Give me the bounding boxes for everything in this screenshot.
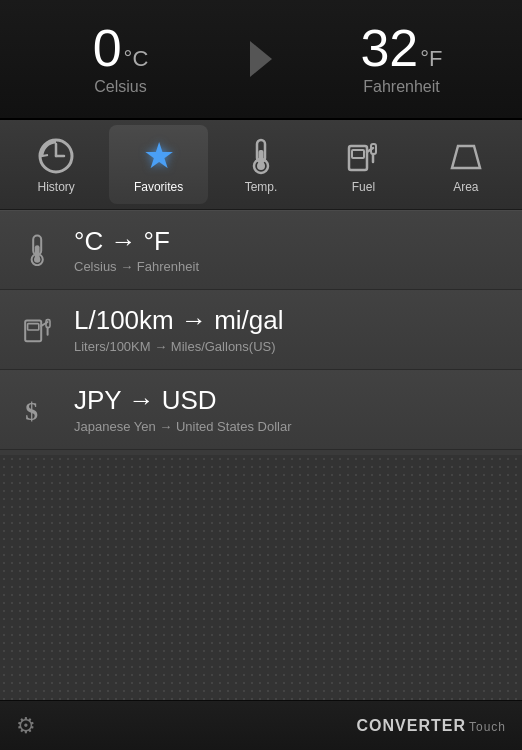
header-to: 32°F Fahrenheit [281, 0, 522, 118]
dollar-icon: $ [22, 394, 54, 426]
header: 0°C Celsius 32°F Fahrenheit [0, 0, 522, 120]
fuel-icon-container [343, 136, 383, 176]
svg-point-16 [34, 256, 40, 262]
tab-area[interactable]: Area [417, 125, 515, 204]
tab-history[interactable]: History [7, 125, 105, 204]
currency-list-icon: $ [16, 388, 60, 432]
tab-history-label: History [38, 180, 75, 194]
brand: CONVERTER Touch [357, 717, 506, 735]
star-icon: ★ [143, 138, 175, 174]
footer: ⚙ CONVERTER Touch [0, 700, 522, 750]
thermometer-small-icon [22, 234, 54, 266]
svg-rect-20 [46, 319, 50, 327]
tab-favorites[interactable]: ★ Favorites [109, 125, 207, 204]
to-unit: °F [420, 48, 442, 70]
svg-rect-8 [352, 150, 364, 158]
empty-area [0, 455, 522, 700]
celsius-fahrenheit-subtitle: Celsius → Fahrenheit [74, 259, 199, 274]
from-value: 0°C [93, 22, 149, 74]
tab-temp[interactable]: Temp. [212, 125, 310, 204]
tab-temp-label: Temp. [245, 180, 278, 194]
svg-point-6 [257, 162, 265, 170]
from-unit: °C [124, 48, 149, 70]
conversion-arrow [241, 0, 281, 118]
fuel-list-icon [16, 308, 60, 352]
thermometer-icon [241, 136, 281, 176]
tab-area-label: Area [453, 180, 478, 194]
thermometer-list-icon [16, 228, 60, 272]
favorites-list: °C → °F Celsius → Fahrenheit L/100km → m… [0, 210, 522, 455]
to-number: 32 [360, 22, 418, 74]
svg-rect-18 [28, 323, 39, 329]
temp-icon-container [241, 136, 281, 176]
svg-marker-12 [452, 146, 480, 168]
fuel-pump-icon [343, 136, 383, 176]
clock-icon [36, 136, 76, 176]
celsius-fahrenheit-title: °C → °F [74, 226, 199, 257]
favorites-icon-container: ★ [139, 136, 179, 176]
to-label: Fahrenheit [363, 78, 440, 96]
fuel-consumption-subtitle: Liters/100KM → Miles/Gallons(US) [74, 339, 284, 354]
header-from: 0°C Celsius [0, 0, 241, 118]
fuel-consumption-content: L/100km → mi/gal Liters/100KM → Miles/Ga… [74, 305, 284, 353]
history-icon-container [36, 136, 76, 176]
to-value: 32°F [360, 22, 442, 74]
list-item[interactable]: $ JPY → USD Japanese Yen → United States… [0, 370, 522, 450]
fuel-consumption-title: L/100km → mi/gal [74, 305, 284, 336]
area-icon-container [446, 136, 486, 176]
chevron-icon [250, 41, 272, 77]
from-number: 0 [93, 22, 122, 74]
currency-content: JPY → USD Japanese Yen → United States D… [74, 385, 292, 433]
tab-bar: History ★ Favorites Temp. [0, 120, 522, 210]
from-label: Celsius [94, 78, 146, 96]
trapezoid-icon [446, 136, 486, 176]
brand-touch-text: Touch [469, 720, 506, 734]
tab-fuel[interactable]: Fuel [314, 125, 412, 204]
settings-gear-icon[interactable]: ⚙ [16, 713, 36, 739]
fuel-small-icon [22, 314, 54, 346]
svg-text:$: $ [25, 396, 38, 425]
list-item[interactable]: °C → °F Celsius → Fahrenheit [0, 210, 522, 290]
celsius-fahrenheit-content: °C → °F Celsius → Fahrenheit [74, 226, 199, 274]
currency-subtitle: Japanese Yen → United States Dollar [74, 419, 292, 434]
currency-title: JPY → USD [74, 385, 292, 416]
tab-fuel-label: Fuel [352, 180, 375, 194]
tab-favorites-label: Favorites [134, 180, 183, 194]
brand-converter-text: CONVERTER [357, 717, 466, 735]
list-item[interactable]: L/100km → mi/gal Liters/100KM → Miles/Ga… [0, 290, 522, 370]
